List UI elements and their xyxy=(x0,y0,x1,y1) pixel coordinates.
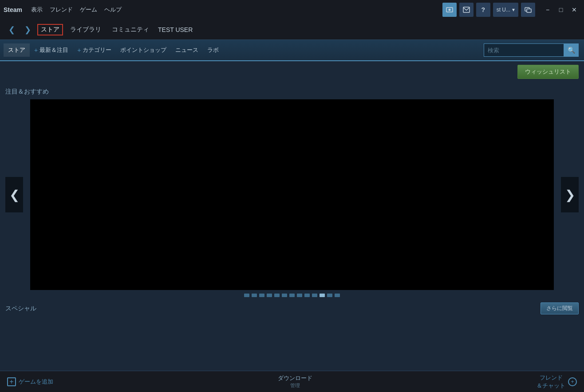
carousel-dot-8[interactable] xyxy=(304,294,310,297)
search-input[interactable] xyxy=(484,43,564,57)
subnav-store[interactable]: ストア xyxy=(4,43,30,57)
nav-username: TEST USER xyxy=(158,26,193,33)
carousel-dot-12[interactable] xyxy=(335,294,340,297)
window-controls: − □ ✕ xyxy=(541,4,580,16)
more-button[interactable]: さらに閲覧 xyxy=(541,302,579,314)
carousel-dot-3[interactable] xyxy=(267,294,272,297)
svg-point-1 xyxy=(448,9,450,11)
carousel-wrapper: ❮ ❯ xyxy=(5,99,579,290)
download-center[interactable]: ダウンロード 管理 xyxy=(60,374,529,389)
main-content: 注目＆おすすめ ❮ ❯ スペシャル さらに閲覧 xyxy=(0,82,584,314)
subnav-cat-label: カテゴリー xyxy=(83,46,111,54)
carousel-dot-2[interactable] xyxy=(259,294,264,297)
screenshot-button[interactable] xyxy=(442,3,457,17)
back-button[interactable]: ❮ xyxy=(5,24,18,36)
subnav-store-label: ストア xyxy=(8,46,25,54)
dropdown-arrow-icon: ▾ xyxy=(512,7,515,13)
special-label: スペシャル xyxy=(5,305,36,313)
wishlist-area: ウィッシュリスト xyxy=(0,61,584,82)
friends-add-icon: + xyxy=(568,377,577,386)
wishlist-button[interactable]: ウィッシュリスト xyxy=(517,65,579,79)
featured-label: 注目＆おすすめ xyxy=(5,82,579,99)
subnav-news-label: ニュース xyxy=(175,46,198,54)
carousel-right-button[interactable]: ❯ xyxy=(561,177,579,212)
add-icon: + xyxy=(7,377,16,386)
help-icon: ? xyxy=(481,6,485,13)
download-sub-label: 管理 xyxy=(290,382,300,389)
svg-rect-4 xyxy=(527,9,531,12)
subnav-cat-plus: + xyxy=(77,47,81,54)
carousel-dot-9[interactable] xyxy=(312,294,317,297)
carousel-image[interactable] xyxy=(30,99,554,290)
subnav-points-label: ポイントショップ xyxy=(120,46,166,54)
carousel-dot-0[interactable] xyxy=(244,294,249,297)
carousel-dot-11[interactable] xyxy=(327,294,332,297)
add-game-label: ゲームを追加 xyxy=(19,378,53,386)
search-icon: 🔍 xyxy=(568,47,575,54)
statusbar: + ゲームを追加 ダウンロード 管理 フレンド ＆チャット + xyxy=(0,371,584,392)
menu-help[interactable]: ヘルプ xyxy=(104,6,122,14)
menu-game[interactable]: ゲーム xyxy=(80,6,97,14)
special-row: スペシャル さらに閲覧 xyxy=(5,301,579,314)
menu-view[interactable]: 表示 xyxy=(31,6,43,14)
nav-tab-community[interactable]: コミュニティ xyxy=(108,24,153,35)
carousel-left-button[interactable]: ❮ xyxy=(5,177,23,212)
user-menu-button[interactable]: st U... ▾ xyxy=(493,3,518,17)
nav-tab-library[interactable]: ライブラリ xyxy=(67,24,105,35)
add-game-button[interactable]: + ゲームを追加 xyxy=(0,371,60,392)
user-label: st U... xyxy=(497,7,510,13)
subnav-new[interactable]: + 最新＆注目 xyxy=(30,43,73,57)
menu-friends[interactable]: フレンド xyxy=(50,6,73,14)
minimize-button[interactable]: − xyxy=(541,4,554,16)
navbar: ❮ ❯ ストア ライブラリ コミュニティ TEST USER xyxy=(0,20,584,40)
maximize-button[interactable]: □ xyxy=(555,4,567,16)
close-button[interactable]: ✕ xyxy=(568,4,580,16)
help-button[interactable]: ? xyxy=(476,3,490,17)
carousel-dot-10[interactable] xyxy=(320,294,325,297)
search-button[interactable]: 🔍 xyxy=(564,43,579,57)
carousel-dot-5[interactable] xyxy=(282,294,287,297)
download-label: ダウンロード xyxy=(278,374,312,382)
carousel-dot-6[interactable] xyxy=(289,294,295,297)
subnav-labs-label: ラボ xyxy=(207,46,219,54)
titlebar: Steam 表示 フレンド ゲーム ヘルプ ? st U... ▾ xyxy=(0,0,584,20)
steam-logo: Steam xyxy=(4,6,22,13)
carousel-dots xyxy=(5,290,579,301)
subnav-labs[interactable]: ラボ xyxy=(203,43,223,57)
titlebar-left: Steam 表示 フレンド ゲーム ヘルプ xyxy=(4,6,442,14)
svg-rect-2 xyxy=(463,7,470,12)
subnav: ストア + 最新＆注目 + カテゴリー ポイントショップ ニュース ラボ 🔍 xyxy=(0,40,584,61)
subnav-categories[interactable]: + カテゴリー xyxy=(73,43,116,57)
carousel-dot-4[interactable] xyxy=(274,294,280,297)
subnav-points[interactable]: ポイントショップ xyxy=(116,43,171,57)
subnav-news[interactable]: ニュース xyxy=(171,43,203,57)
nav-tab-store[interactable]: ストア xyxy=(37,24,63,35)
screenshot-library-button[interactable] xyxy=(521,3,535,17)
forward-button[interactable]: ❯ xyxy=(21,24,34,36)
titlebar-right: ? st U... ▾ − □ ✕ xyxy=(442,3,580,17)
carousel-dot-7[interactable] xyxy=(297,294,302,297)
subnav-new-plus: + xyxy=(34,47,38,54)
friends-chat-button[interactable]: フレンド ＆チャット + xyxy=(529,371,584,392)
subnav-search-area: 🔍 xyxy=(484,43,579,57)
friends-label: フレンド ＆チャット xyxy=(537,374,565,390)
mail-button[interactable] xyxy=(459,3,474,17)
subnav-new-label: 最新＆注目 xyxy=(39,46,68,54)
carousel-dot-1[interactable] xyxy=(252,294,257,297)
